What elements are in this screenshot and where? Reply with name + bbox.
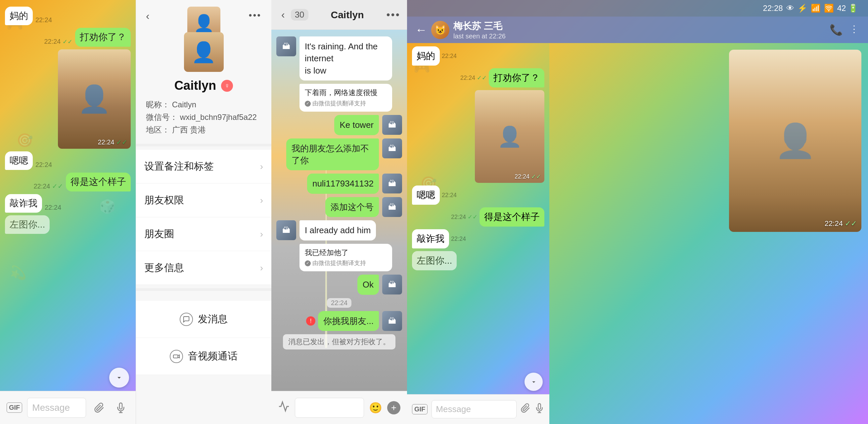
menu-item-set-note[interactable]: 设置备注和标签 › [136,150,271,183]
main-photo-display[interactable]: 👤 22:24 ✓✓ [729,50,861,232]
message-bubble-partial: 左图你... [5,215,50,234]
call-button[interactable]: 📞 [830,24,843,36]
avatar-placeholder: 👤 [191,40,216,64]
error-indicator: ! [306,316,315,326]
large-avatar: 👤 [184,32,224,72]
profile-menu: 设置备注和标签 › 朋友权限 › 朋友圈 › 更多信息 › [136,150,271,285]
p4-attachment-button[interactable] [521,403,530,415]
msg-ok: 🏔 Ok [276,275,402,294]
message-text: nuli1179341132 [312,178,374,189]
message-time: 22:24 ✓✓ [33,182,63,190]
profile-meta-section: 昵称： Caitlyn 微信号： wxid_bchn97jhaf5a22 地区：… [136,96,271,140]
p4-gif-button[interactable]: GIF [412,404,428,415]
menu-item-more-info[interactable]: 更多信息 › [136,251,271,285]
action-send-message[interactable]: 发消息 [136,301,271,338]
profile-details: 👤 Caitlyn ♀ 昵称： Caitlyn 微信号： wxid_bchn97… [136,32,271,140]
chat-input-bar: GIF Message [0,391,136,424]
back-button-p4[interactable]: ← [415,23,427,37]
voice-wave-icon[interactable] [278,400,290,415]
message-bubble-error: 你挑我朋友... [318,311,379,331]
p4-photo-message[interactable]: 👤 22:24 ✓✓ [475,90,545,183]
voice-button[interactable] [113,399,129,416]
eye-icon: 👁 [786,4,794,13]
msg-add-this: 🏔 添加这个号 [276,197,402,217]
system-message: 消息已发出，但被对方拒收了。 [283,334,396,349]
message-bubble-raining: It's raining. And the internetis low [300,36,392,81]
p4-content-area: 🎮 ⭐ 🎯 妈的 22:24 打劝你了？ 22:24 ✓✓ [407,43,868,424]
message-row: 得是这个样子 22:24 ✓✓ [5,173,131,191]
back-button[interactable]: ‹ [143,7,153,26]
attachment-button[interactable] [91,399,107,416]
scroll-down-button[interactable] [109,368,129,388]
msg-error-outgoing: 🏔 ! 你挑我朋友... [276,311,402,331]
p4-input-bar: GIF Message [407,394,549,424]
chat-detail-header: ‹ 30 Caitlyn ••• [271,0,407,30]
nickname-row: 昵称： Caitlyn [146,100,261,110]
scroll-down-btn-p4[interactable] [525,373,543,391]
p4-voice-button[interactable] [534,403,545,415]
my-avatar-ok: 🏔 [382,275,402,294]
my-avatar-friendadd: 🏔 [382,138,402,158]
contact-avatar: 😺 [431,21,450,39]
p4-msg-mama: 妈的 22:24 [412,46,545,65]
p4-text-nn: 嗯嗯 [416,190,435,200]
detail-message-input[interactable] [295,398,364,418]
translate-source2: 由微信提供翻译支持 [312,259,366,267]
divider1 [136,144,271,146]
wechat-label: 微信号： [146,113,178,121]
message-bubble-ok: Ok [358,275,379,294]
more-button[interactable]: ••• [246,7,265,26]
input-placeholder: Message [32,402,70,413]
message-bubble-incoming: 嗯嗯 [5,151,33,170]
header-actions: 📞 ⋮ [830,24,860,36]
p4-msg-nn: 嗯嗯 22:24 [412,186,545,205]
wechat-id-row: 微信号： wxid_bchn97jhaf5a22 [146,112,261,122]
panel-wechat-right: 22:28 👁 ⚡ 📶 🛜 42 🔋 ← 😺 梅长苏 三毛 last seen … [407,0,868,424]
p4-msg-partial: 左图你... [412,251,545,270]
chevron-right-icon: › [260,195,263,206]
menu-label-friend-perm: 朋友权限 [144,194,184,207]
chevron-right-icon: › [260,229,263,239]
gif-button[interactable]: GIF [7,402,22,413]
menu-item-friend-perm[interactable]: 朋友权限 › [136,183,271,217]
message-row: 嗯嗯 22:24 [5,151,131,170]
message-text: Ke tower [340,120,374,130]
message-bubble-incoming: 敲诈我 [5,194,42,213]
p4-time-mama: 22:24 [442,53,457,60]
nickname-label: 昵称： [146,100,170,109]
action-video-call[interactable]: 音视频通话 [136,338,271,375]
my-avatar-addthis: 🏔 [382,197,402,217]
msg-bubble-container: It's raining. And the internetis low [300,36,392,81]
contact-last-seen: last seen at 22:26 [453,32,506,40]
more-options-button[interactable]: ••• [386,9,400,21]
p4-right-photo-area: 👤 22:24 ✓✓ [549,43,868,424]
p4-bubble-like-this: 得是这个样子 [479,207,545,227]
message-row: 妈的 22:24 [5,7,131,25]
menu-item-moments[interactable]: 朋友圈 › [136,217,271,251]
avatar-emoji: 😺 [434,25,446,35]
message-text: 我的朋友怎么添加不了你 [291,143,369,165]
emoji-button[interactable]: 🙂 [369,401,382,414]
name-row: Caitlyn ♀ [136,79,271,93]
msg-already-add: 🏔 I already add him [276,220,402,240]
header-left: ← 😺 梅长苏 三毛 last seen at 22:26 [415,20,506,40]
nav-row: ‹ ••• [136,7,271,26]
add-content-button[interactable]: + [387,401,400,415]
timestamp-text: 22:24 [331,299,347,306]
bluetooth-icon: ⚡ [798,4,807,13]
translation-bubble: 下着雨，网络速度很慢 ✓ 由微信提供翻译支持 [300,84,392,112]
message-row: 敲诈我 22:24 [5,194,131,213]
translate-icon2: ✓ [305,260,311,266]
message-text: It's raining. And the internetis low [305,41,378,76]
photo-message[interactable]: 👤 22:24 ✓✓ [58,49,131,149]
nickname-value: Caitlyn [172,100,196,109]
wechat-value: wxid_bchn97jhaf5a22 [180,113,257,121]
message-bubble-nuli: nuli1179341132 [307,174,379,194]
p4-message-input[interactable]: Message [432,400,517,418]
more-button-p4[interactable]: ⋮ [849,24,860,36]
plus-icon: + [391,402,397,413]
message-input[interactable]: Message [27,398,86,418]
back-arrow[interactable]: ‹ [278,5,288,24]
p4-photo-time: 22:24 ✓✓ [515,173,541,180]
message-bubble-addthis: 添加这个号 [325,197,379,217]
